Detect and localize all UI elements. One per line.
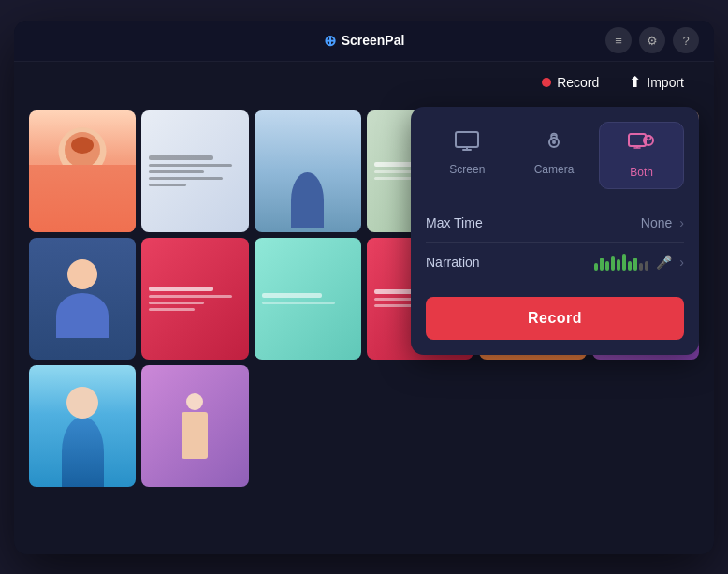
bar-2 bbox=[600, 258, 604, 271]
import-icon: ⬆ bbox=[629, 73, 641, 91]
help-icon: ? bbox=[682, 34, 689, 48]
max-time-chevron: › bbox=[679, 215, 684, 230]
microphone-icon: 🎤 bbox=[656, 255, 672, 270]
content-area: Record ⬆ Import bbox=[14, 62, 714, 554]
record-main-button[interactable]: Record bbox=[426, 297, 684, 340]
bar-5 bbox=[617, 259, 620, 271]
tab-camera-label: Camera bbox=[534, 163, 575, 176]
import-top-button[interactable]: ⬆ Import bbox=[618, 67, 695, 96]
both-tab-icon bbox=[628, 132, 656, 160]
media-item-2[interactable] bbox=[141, 110, 248, 232]
max-time-label: Max Time bbox=[426, 215, 483, 230]
narration-label: Narration bbox=[426, 255, 480, 270]
app-title: ScreenPal bbox=[342, 33, 405, 48]
bar-1 bbox=[594, 263, 598, 271]
app-window: ⊕ ScreenPal ≡ ⚙ ? Record ⬆ Import bbox=[14, 21, 714, 554]
tab-both[interactable]: Both bbox=[599, 122, 684, 189]
screen-tab-icon bbox=[455, 131, 479, 157]
bar-10 bbox=[645, 261, 648, 271]
media-item-3[interactable] bbox=[255, 110, 361, 232]
narration-row[interactable]: Narration bbox=[426, 243, 684, 282]
record-top-label: Record bbox=[557, 75, 599, 90]
equalizer-icon: ≡ bbox=[615, 34, 622, 48]
record-dot-icon bbox=[542, 78, 551, 87]
media-item-14[interactable] bbox=[141, 365, 248, 487]
settings-button[interactable]: ⚙ bbox=[639, 27, 665, 53]
titlebar-actions: ≡ ⚙ ? bbox=[605, 27, 699, 53]
settings-icon: ⚙ bbox=[647, 34, 658, 48]
equalizer-button[interactable]: ≡ bbox=[605, 27, 632, 53]
narration-value: 🎤 › bbox=[594, 254, 684, 271]
record-panel-tabs: Screen Camera bbox=[426, 122, 684, 189]
import-top-label: Import bbox=[647, 75, 684, 90]
narration-chevron: › bbox=[679, 255, 684, 270]
media-item-1[interactable] bbox=[29, 110, 136, 232]
max-time-row[interactable]: Max Time None › bbox=[426, 204, 684, 243]
bar-9 bbox=[639, 263, 643, 271]
tab-screen[interactable]: Screen bbox=[426, 122, 509, 189]
tab-screen-label: Screen bbox=[449, 163, 485, 176]
tab-both-label: Both bbox=[630, 166, 653, 179]
narration-level-indicator bbox=[594, 254, 648, 271]
record-options: Max Time None › Narration bbox=[426, 204, 684, 282]
camera-tab-icon bbox=[542, 131, 566, 157]
top-bar: Record ⬆ Import bbox=[14, 62, 714, 103]
media-item-9[interactable] bbox=[255, 238, 361, 360]
record-top-button[interactable]: Record bbox=[531, 69, 610, 96]
titlebar: ⊕ ScreenPal ≡ ⚙ ? bbox=[14, 21, 714, 62]
app-logo: ⊕ ScreenPal bbox=[324, 32, 405, 50]
svg-point-6 bbox=[646, 135, 650, 140]
bar-8 bbox=[633, 258, 637, 271]
bar-7 bbox=[628, 261, 632, 271]
record-panel: Screen Camera bbox=[411, 107, 699, 355]
max-time-display: None bbox=[641, 215, 672, 230]
bar-6 bbox=[622, 254, 626, 271]
media-item-8[interactable] bbox=[141, 238, 248, 360]
bar-4 bbox=[611, 256, 615, 271]
tab-camera[interactable]: Camera bbox=[513, 122, 596, 189]
media-item-13[interactable] bbox=[29, 365, 136, 487]
logo-icon: ⊕ bbox=[324, 32, 336, 50]
bar-3 bbox=[605, 261, 609, 271]
help-button[interactable]: ? bbox=[673, 27, 699, 53]
svg-rect-0 bbox=[456, 132, 478, 147]
media-item-7[interactable] bbox=[29, 238, 136, 360]
max-time-value: None › bbox=[641, 215, 684, 230]
